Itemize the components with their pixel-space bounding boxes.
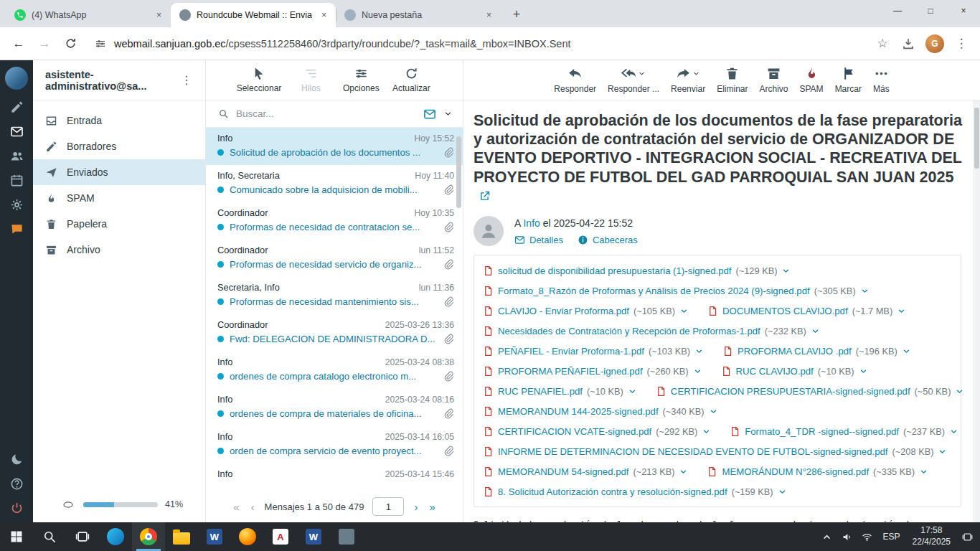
message-list-item[interactable]: Coordinadorlun 11:52 Proformas de necesi… (206, 240, 463, 277)
message-scrollbar-track[interactable] (973, 100, 980, 522)
network-icon[interactable] (857, 522, 877, 551)
attachment-item[interactable]: 8. Solicitud Autorización contra y resol… (483, 486, 787, 497)
search-options-chevron-icon[interactable] (443, 109, 453, 118)
first-page-button[interactable]: « (232, 501, 240, 513)
attachment-name[interactable]: MEMORANDUM 144-2025-signed.pdf (498, 406, 659, 417)
attachment-name[interactable]: Necesidades de Contratación y Recepción … (498, 326, 760, 336)
attachment-name[interactable]: MEMORANDUM 54-signed.pdf (498, 466, 628, 477)
attachment-item[interactable]: RUC PENAFIEL.pdf(~10 KB) (483, 386, 637, 397)
tab-new-page[interactable]: Nueva pestaña × (336, 3, 501, 27)
chevron-down-icon[interactable] (938, 447, 947, 456)
reply-all-button[interactable]: Responder ... (608, 66, 659, 94)
chevron-down-icon[interactable] (949, 427, 958, 436)
message-list-item[interactable]: Info2025-03-24 08:16 ordenes de compra d… (206, 389, 463, 426)
message-scrollbar-thumb[interactable] (974, 108, 979, 169)
reload-button[interactable] (59, 32, 82, 55)
attachment-item[interactable]: CLAVIJO - Enviar Proforma.pdf(~105 KB) (483, 306, 689, 316)
attachment-item[interactable]: solicitud de disponibilidad presupuestar… (483, 265, 791, 276)
word-button[interactable]: W (198, 522, 231, 551)
refresh-button[interactable]: Actualizar (390, 67, 432, 93)
attachment-item[interactable]: Formato_4_TDR -signed--signed.pdf(~237 K… (730, 426, 958, 437)
attachment-item[interactable]: RUC CLAVIJO.pdf(~10 KB) (721, 366, 868, 377)
attachment-name[interactable]: 8. Solicitud Autorización contra y resol… (498, 486, 727, 497)
details-toggle[interactable]: Detalles (514, 235, 563, 245)
message-list-item[interactable]: Info2025-03-24 08:38 ordenes de compra c… (206, 352, 463, 389)
tab-close-icon[interactable]: × (318, 9, 330, 22)
more-button[interactable]: Más (873, 66, 890, 94)
browser-menu-icon[interactable]: ⋮ (950, 32, 973, 55)
chevron-down-icon[interactable] (902, 347, 911, 356)
attachment-item[interactable]: PROFORMA CLAVIJO .pdf(~196 KB) (722, 346, 911, 357)
account-menu-icon[interactable]: ⋮ (176, 70, 197, 90)
search-input[interactable] (236, 108, 416, 119)
last-page-button[interactable]: » (428, 501, 436, 513)
attachment-item[interactable]: MEMORANDUM 54-signed.pdf(~213 KB) (483, 466, 688, 477)
forward-button[interactable]: Reenviar (671, 66, 705, 94)
tab-close-icon[interactable]: × (483, 9, 495, 22)
compose-icon[interactable] (10, 100, 24, 114)
attachment-item[interactable]: MEMORANDUM 144-2025-signed.pdf(~340 KB) (483, 406, 718, 417)
attachment-name[interactable]: PROFORMA CLAVIJO .pdf (738, 346, 852, 357)
attachment-name[interactable]: DOCUMENTOS CLAVIJO.pdf (722, 306, 848, 316)
contacts-icon[interactable] (10, 149, 24, 163)
chevron-down-icon[interactable] (679, 306, 689, 316)
attachment-item[interactable]: MEMORÁNDUM N°286-signed.pdf(~335 KB) (707, 466, 928, 477)
downloads-icon[interactable] (897, 32, 920, 55)
chevron-down-icon[interactable] (781, 266, 791, 276)
edge-button[interactable] (99, 522, 132, 551)
message-list-item[interactable]: Info2025-03-14 16:05 orden de compra ser… (206, 426, 463, 463)
previous-page-button[interactable]: ‹ (250, 501, 256, 513)
address-bar[interactable]: webmail.sanjuan.gob.ec/cpsess5112258460/… (85, 38, 868, 50)
search-scope-mail-icon[interactable] (423, 108, 436, 121)
help-icon[interactable] (10, 477, 24, 491)
mark-button[interactable]: Marcar (835, 66, 862, 94)
chevron-down-icon[interactable] (955, 387, 964, 396)
folder-item-archivo[interactable]: Archivo (33, 237, 205, 263)
delete-button[interactable]: Eliminar (717, 66, 748, 94)
new-tab-button[interactable]: + (507, 4, 527, 24)
settings-gear-icon[interactable] (10, 198, 24, 212)
folder-item-spam[interactable]: SPAM (33, 185, 205, 211)
next-page-button[interactable]: › (413, 501, 419, 513)
attachment-name[interactable]: Formato_4_TDR -signed--signed.pdf (745, 426, 899, 437)
chevron-down-icon[interactable] (778, 487, 787, 496)
page-number-input[interactable] (372, 497, 404, 516)
browser-profile-avatar[interactable]: G (925, 34, 944, 53)
chevron-down-icon[interactable] (897, 306, 906, 316)
chevron-down-icon[interactable] (859, 367, 868, 376)
tab-whatsapp[interactable]: (4) WhatsApp × (6, 3, 171, 27)
taskbar-search-button[interactable] (33, 522, 66, 551)
chevron-down-icon[interactable] (679, 467, 688, 476)
window-close-button[interactable]: × (947, 0, 980, 22)
window-maximize-button[interactable]: □ (914, 0, 947, 22)
chevron-down-icon[interactable] (693, 367, 702, 376)
attachment-name[interactable]: INFORME DE DETERMINACION DE NECESIDAD EV… (498, 446, 888, 457)
headers-toggle[interactable]: Cabeceras (578, 235, 638, 245)
attachment-item[interactable]: PEÑAFIEL - Enviar Proforma-1.pdf(~103 KB… (483, 346, 704, 357)
task-view-button[interactable] (66, 522, 99, 551)
folder-item-borradores[interactable]: Borradores (33, 133, 205, 159)
volume-icon[interactable] (837, 522, 857, 551)
dark-mode-moon-icon[interactable] (10, 453, 24, 466)
start-button[interactable] (0, 522, 33, 551)
attachment-name[interactable]: solicitud de disponibilidad presupuestar… (498, 265, 732, 276)
forward-button[interactable]: → (33, 32, 56, 55)
message-list-item[interactable]: InfoHoy 15:52 Solicitud de aprobación de… (206, 128, 463, 165)
chrome-button[interactable] (132, 522, 165, 551)
acrobat-button[interactable]: A (264, 522, 297, 551)
word-document-button[interactable]: W (297, 522, 330, 551)
chevron-down-icon[interactable] (702, 427, 711, 436)
attachment-name[interactable]: CERTIFICACION VCATE-signed.pdf (498, 426, 651, 437)
options-button[interactable]: Opciones (340, 67, 382, 93)
chevron-down-icon[interactable] (811, 326, 820, 336)
attachment-name[interactable]: Formato_8_Razón de Proformas y Análisis … (498, 286, 810, 296)
attachment-item[interactable]: PROFORMA PEÑAFIEL-igned.pdf(~260 KB) (483, 366, 702, 377)
attachment-name[interactable]: CLAVIJO - Enviar Proforma.pdf (498, 306, 629, 316)
message-list-item[interactable]: Secretaria, Infolun 11:36 Proformas de n… (206, 277, 463, 314)
user-avatar[interactable] (5, 67, 28, 90)
folder-item-enviados[interactable]: Enviados (33, 159, 205, 185)
spam-button[interactable]: SPAM (800, 66, 824, 94)
select-button[interactable]: Seleccionar (237, 67, 282, 93)
tab-close-icon[interactable]: × (153, 9, 165, 22)
chat-icon[interactable] (10, 222, 24, 236)
